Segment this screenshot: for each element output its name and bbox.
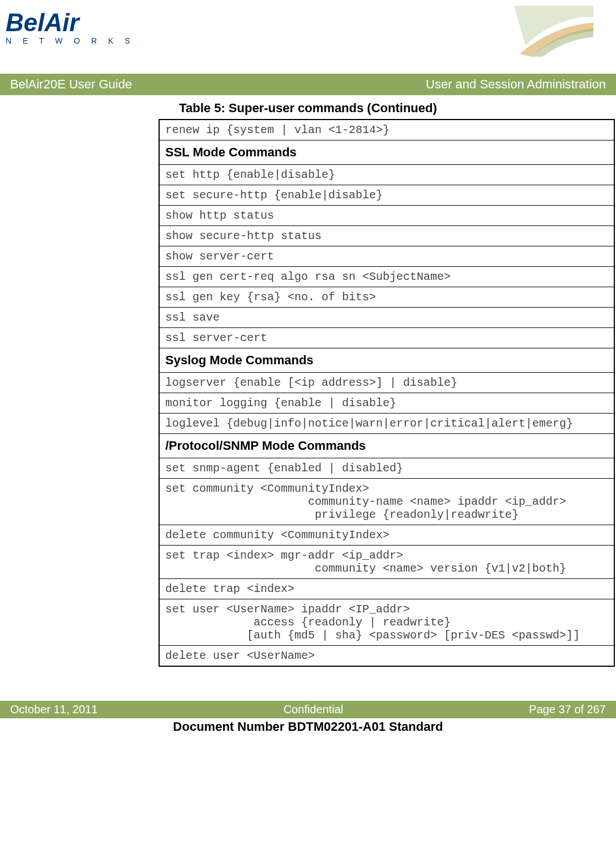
table-row: Syslog Mode Commands [159, 348, 614, 373]
command-cell: set trap <index> mgr-addr <ip_addr> comm… [159, 546, 614, 579]
table-row: set secure-http {enable|disable} [159, 185, 614, 206]
table-row: show server-cert [159, 246, 614, 267]
table-row: ssl save [159, 308, 614, 328]
table-row: set user <UserName> ipaddr <IP_addr> acc… [159, 599, 614, 646]
title-banner: BelAir20E User Guide User and Session Ad… [0, 74, 616, 95]
footer-left: October 11, 2011 [10, 703, 98, 716]
banner-left: BelAir20E User Guide [10, 77, 132, 92]
command-cell: renew ip {system | vlan <1-2814>} [159, 120, 614, 140]
table-row: set trap <index> mgr-addr <ip_addr> comm… [159, 546, 614, 579]
footer-center: Confidential [284, 703, 344, 716]
command-cell: logserver {enable [<ip address>] | disab… [159, 373, 614, 393]
section-header: /Protocol/SNMP Mode Commands [159, 434, 614, 458]
table-row: renew ip {system | vlan <1-2814>} [159, 120, 614, 140]
table-row: delete trap <index> [159, 579, 614, 599]
table-caption: Table 5: Super-user commands (Continued) [23, 101, 593, 116]
corner-graphic-icon [514, 6, 593, 57]
command-cell: set community <CommunityIndex> community… [159, 479, 614, 525]
logo-main: BelAir [6, 11, 135, 34]
command-cell: loglevel {debug|info|notice|warn|error|c… [159, 414, 614, 434]
command-cell: ssl save [159, 308, 614, 328]
command-cell: set http {enable|disable} [159, 165, 614, 185]
command-cell: show server-cert [159, 246, 614, 267]
document-number: Document Number BDTM02201-A01 Standard [0, 719, 616, 734]
command-cell: ssl server-cert [159, 328, 614, 348]
table-row: logserver {enable [<ip address>] | disab… [159, 373, 614, 393]
command-cell: ssl gen key {rsa} <no. of bits> [159, 287, 614, 308]
command-cell: set secure-http {enable|disable} [159, 185, 614, 206]
table-row: delete community <CommunityIndex> [159, 525, 614, 546]
command-cell: monitor logging {enable | disable} [159, 393, 614, 414]
section-header: Syslog Mode Commands [159, 348, 614, 373]
logo-sub: N E T W O R K S [6, 36, 135, 45]
command-cell: show http status [159, 206, 614, 226]
command-cell: set snmp-agent {enabled | disabled} [159, 458, 614, 479]
banner-right: User and Session Administration [426, 77, 606, 92]
footer-right: Page 37 of 267 [529, 703, 606, 716]
page: BelAir N E T W O R K S BelAir20E User Gu… [0, 0, 616, 734]
command-cell: delete trap <index> [159, 579, 614, 599]
table-row: ssl server-cert [159, 328, 614, 348]
commands-table: renew ip {system | vlan <1-2814>}SSL Mod… [159, 119, 615, 667]
table-row: /Protocol/SNMP Mode Commands [159, 434, 614, 458]
table-row: show secure-http status [159, 226, 614, 246]
table-row: show http status [159, 206, 614, 226]
table-row: set http {enable|disable} [159, 165, 614, 185]
table-row: set snmp-agent {enabled | disabled} [159, 458, 614, 479]
header: BelAir N E T W O R K S [0, 0, 616, 74]
content: Table 5: Super-user commands (Continued)… [0, 101, 616, 667]
table-row: ssl gen cert-req algo rsa sn <SubjectNam… [159, 267, 614, 287]
command-cell: show secure-http status [159, 226, 614, 246]
table-row: ssl gen key {rsa} <no. of bits> [159, 287, 614, 308]
table-row: delete user <UserName> [159, 646, 614, 667]
section-header: SSL Mode Commands [159, 140, 614, 165]
command-cell: delete user <UserName> [159, 646, 614, 667]
command-cell: set user <UserName> ipaddr <IP_addr> acc… [159, 599, 614, 646]
table-row: loglevel {debug|info|notice|warn|error|c… [159, 414, 614, 434]
footer-banner: October 11, 2011 Confidential Page 37 of… [0, 701, 616, 718]
table-row: monitor logging {enable | disable} [159, 393, 614, 414]
command-cell: ssl gen cert-req algo rsa sn <SubjectNam… [159, 267, 614, 287]
table-row: set community <CommunityIndex> community… [159, 479, 614, 525]
table-row: SSL Mode Commands [159, 140, 614, 165]
command-cell: delete community <CommunityIndex> [159, 525, 614, 546]
logo: BelAir N E T W O R K S [6, 6, 135, 45]
